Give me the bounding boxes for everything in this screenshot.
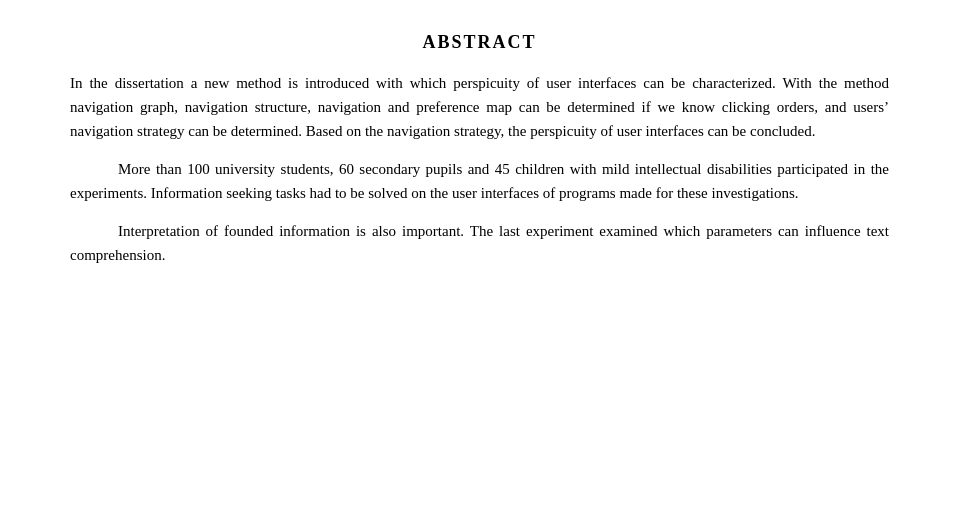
paragraph-3: Interpretation of founded information is… <box>70 219 889 267</box>
abstract-body: In the dissertation a new method is intr… <box>70 71 889 267</box>
paragraph-2: More than 100 university students, 60 se… <box>70 157 889 205</box>
paragraph-1: In the dissertation a new method is intr… <box>70 71 889 143</box>
abstract-title: ABSTRACT <box>70 32 889 53</box>
page-container: ABSTRACT In the dissertation a new metho… <box>0 0 959 508</box>
